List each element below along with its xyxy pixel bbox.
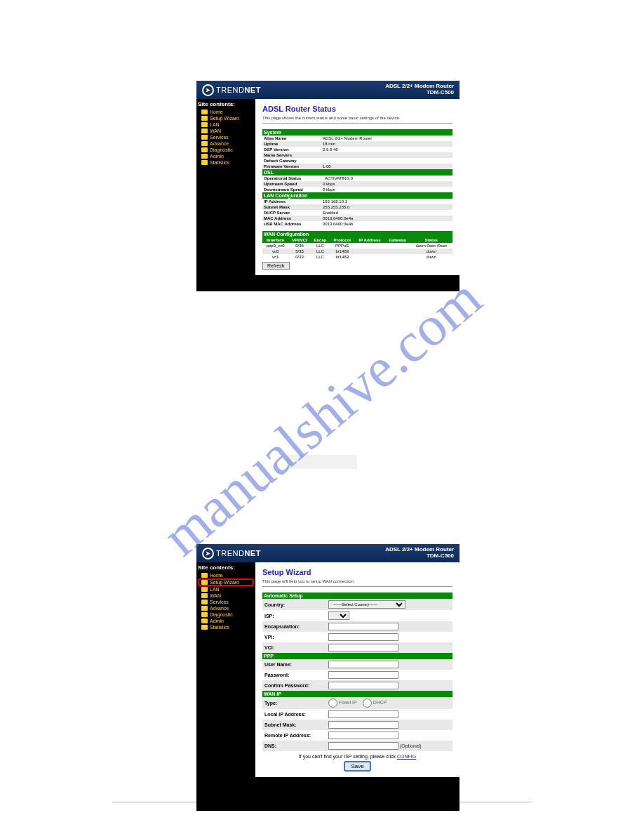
sidebar-nav: Site contents: Home Setup Wizard LAN WAN… [196, 99, 255, 275]
system-table: Alias NameADSL 2/2+ Modem Router Uptime1… [262, 135, 452, 169]
refresh-button[interactable]: Refresh [262, 262, 290, 270]
folder-icon [201, 573, 208, 578]
brand-name: TRENDNET [216, 549, 261, 557]
folder-icon [201, 612, 208, 617]
confirm-password-field[interactable] [328, 682, 398, 689]
dns-field[interactable] [328, 742, 398, 750]
local-ip-field[interactable] [328, 710, 398, 718]
sidebar-item-statistics[interactable]: Statistics [198, 159, 254, 166]
folder-icon [201, 625, 208, 630]
sidebar-item-diagnostic[interactable]: Diagnostic [198, 611, 254, 618]
subnet-mask-field[interactable] [328, 721, 398, 729]
table-row: ppp0_vc00/35LLCPPPoEdown 0sec /0sec [262, 243, 452, 249]
section-wan: WAN Configuration [262, 231, 452, 237]
folder-icon [201, 580, 208, 585]
section-lan: LAN Configuration [262, 192, 452, 199]
page-subtitle: This page will help you to setup WAN con… [262, 579, 452, 587]
sidebar-item-wan[interactable]: WAN [198, 593, 254, 599]
brand-arrow-icon: ➤ [202, 548, 214, 560]
lan-table: IP Address192.168.10.1 Subnet Mask255.25… [262, 199, 452, 227]
brand-logo: ➤ TRENDNET [202, 548, 261, 560]
router-status-screenshot: ➤ TRENDNET ADSL 2/2+ Modem Router TDM-C5… [196, 81, 459, 291]
brand-logo: ➤ TRENDNET [202, 84, 261, 96]
vpi-field[interactable] [328, 633, 398, 641]
folder-icon [201, 160, 208, 165]
folder-icon [201, 618, 208, 623]
page-subtitle: This page shows the current status and s… [262, 116, 452, 124]
folder-icon [201, 587, 208, 592]
sidebar-item-home[interactable]: Home [198, 109, 254, 115]
dsl-table: Operational Status, ACTIVATING,0 Upstrea… [262, 176, 452, 192]
router-wizard-screenshot: ➤ TRENDNET ADSL 2/2+ Modem Router TDM-C5… [196, 544, 459, 811]
country-select[interactable]: ------Select Country------ [328, 600, 405, 609]
sidebar-title: Site contents: [198, 101, 254, 107]
sidebar-item-diagnostic[interactable]: Diagnostic [198, 147, 254, 153]
sidebar-item-advance[interactable]: Advance [198, 605, 254, 611]
sidebar-nav: Site contents: Home Setup Wizard LAN WAN… [196, 562, 255, 777]
sidebar-item-advance[interactable]: Advance [198, 140, 254, 147]
router-header: ➤ TRENDNET ADSL 2/2+ Modem Router TDM-C5… [196, 544, 459, 562]
folder-icon [201, 135, 208, 140]
type-dhcp-radio[interactable] [363, 699, 372, 708]
remote-ip-field[interactable] [328, 732, 398, 739]
section-ppp: PPP [262, 653, 452, 659]
sidebar-item-statistics[interactable]: Statistics [198, 624, 254, 630]
password-field[interactable] [328, 671, 398, 679]
sidebar-item-lan[interactable]: LAN [198, 586, 254, 593]
watermark-text: manualshive.com [150, 265, 493, 568]
config-link[interactable]: CONFIG [397, 754, 416, 759]
username-field[interactable] [328, 661, 398, 668]
page-title: Setup Wizard [262, 568, 452, 576]
sidebar-item-wan[interactable]: WAN [198, 128, 254, 134]
folder-icon [201, 600, 208, 604]
folder-icon [201, 122, 208, 127]
type-fixed-radio[interactable] [328, 699, 337, 708]
brand-name: TRENDNET [216, 86, 261, 94]
config-note: If you can't find your ISP setting, plea… [262, 754, 452, 759]
auto-setup-form: Country:------Select Country------ ISP: … [262, 599, 452, 653]
table-row: vc05/35LLCbr1483down [262, 249, 452, 254]
wanip-form: Type: Fixed IP DHCP Local IP Address: Su… [262, 697, 452, 751]
table-row: vc10/33LLCbr1483down [262, 254, 452, 260]
content-area: Setup Wizard This page will help you to … [255, 562, 459, 777]
folder-icon [201, 147, 208, 152]
router-header: ➤ TRENDNET ADSL 2/2+ Modem Router TDM-C5… [196, 81, 459, 99]
section-system: System [262, 129, 452, 135]
folder-icon [201, 110, 208, 114]
header-product: ADSL 2/2+ Modem Router TDM-C500 [385, 84, 454, 96]
ppp-form: User Name: Password: Confirm Password: [262, 659, 452, 691]
encapsulation-field[interactable] [328, 623, 398, 630]
folder-icon [201, 593, 208, 598]
folder-icon [201, 606, 208, 611]
sidebar-item-setup-wizard[interactable]: Setup Wizard [198, 115, 254, 121]
sidebar-item-services[interactable]: Services [198, 134, 254, 140]
section-automatic-setup: Automatic Setup [262, 593, 452, 599]
folder-icon [201, 128, 208, 133]
sidebar-item-lan[interactable]: LAN [198, 121, 254, 128]
page-title: ADSL Router Status [262, 105, 452, 113]
vci-field[interactable] [328, 644, 398, 651]
folder-icon [201, 141, 208, 146]
content-area: ADSL Router Status This page shows the c… [255, 99, 459, 275]
header-product: ADSL 2/2+ Modem Router TDM-C500 [385, 547, 454, 560]
folder-icon [201, 116, 208, 121]
section-dsl: DSL [262, 169, 452, 176]
sidebar-title: Site contents: [198, 564, 254, 571]
sidebar-item-admin[interactable]: Admin [198, 618, 254, 624]
save-button[interactable]: Save [344, 761, 370, 772]
sidebar-item-services[interactable]: Services [198, 599, 254, 605]
brand-arrow-icon: ➤ [202, 84, 214, 96]
sidebar-item-home[interactable]: Home [198, 572, 254, 578]
page-number-placeholder [287, 455, 357, 469]
isp-select[interactable] [328, 611, 349, 620]
wan-table: Interface VPI/VCI Encap Protocol IP Addr… [262, 237, 452, 260]
sidebar-item-setup-wizard[interactable]: Setup Wizard [198, 578, 254, 586]
sidebar-item-admin[interactable]: Admin [198, 153, 254, 159]
folder-icon [201, 154, 208, 159]
section-wanip: WAN IP [262, 691, 452, 697]
